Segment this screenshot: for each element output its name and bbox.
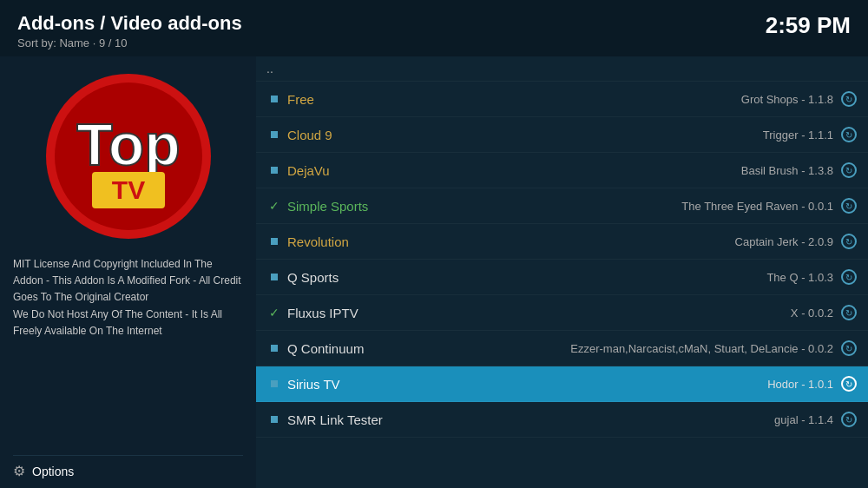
item-meta: Ezzer-man,Narcacist,cMaN, Stuart, DeLanc… — [570, 342, 833, 355]
bullet-square-icon — [271, 131, 278, 138]
update-icon[interactable]: ↻ — [840, 90, 858, 108]
main-content: Top TV MIT License And Copyright Include… — [0, 56, 868, 488]
item-name: Fluxus IPTV — [287, 306, 791, 320]
license-text: MIT License And Copyright Included In Th… — [13, 256, 243, 446]
update-circle-icon: ↻ — [841, 127, 857, 142]
list-item[interactable]: Sirius TVHodor - 1.0.1↻ — [256, 366, 868, 402]
update-icon[interactable]: ↻ — [840, 126, 858, 143]
checkmark-icon: ✓ — [269, 199, 279, 213]
settings-icon: ⚙ — [13, 463, 25, 479]
list-item[interactable]: RevolutionCaptain Jerk - 2.0.9↻ — [256, 224, 868, 260]
item-bullet — [266, 345, 282, 352]
item-meta: X - 0.0.2 — [791, 307, 833, 320]
list-item[interactable]: ✓Simple SportsThe Three Eyed Raven - 0.0… — [256, 188, 868, 224]
bullet-square-icon — [271, 274, 278, 280]
list-item[interactable]: SMR Link Testergujal - 1.1.4↻ — [256, 402, 868, 438]
update-circle-icon: ↻ — [841, 376, 857, 392]
options-label: Options — [32, 465, 74, 478]
update-icon[interactable]: ↻ — [840, 340, 858, 357]
options-bar[interactable]: ⚙ Options — [13, 455, 243, 479]
item-bullet — [266, 380, 282, 387]
item-meta: The Three Eyed Raven - 0.0.1 — [681, 200, 833, 213]
svg-text:TV: TV — [111, 175, 144, 204]
dots-text: .. — [266, 62, 273, 76]
update-icon[interactable]: ↻ — [840, 375, 858, 392]
bullet-square-icon — [271, 167, 278, 174]
item-name: Q Continuum — [287, 341, 570, 356]
update-icon[interactable]: ↻ — [840, 304, 858, 321]
item-bullet: ✓ — [266, 199, 282, 213]
item-bullet — [266, 96, 282, 102]
update-circle-icon: ↻ — [841, 412, 857, 427]
item-name: Revolution — [287, 234, 735, 249]
list-item[interactable]: Cloud 9Trigger - 1.1.1↻ — [256, 117, 868, 153]
logo: Top TV — [42, 69, 215, 243]
update-circle-icon: ↻ — [841, 162, 857, 178]
list-container: FreeGrot Shops - 1.1.8↻Cloud 9Trigger - … — [256, 82, 868, 438]
update-circle-icon: ↻ — [841, 91, 857, 107]
item-name: Cloud 9 — [287, 128, 763, 142]
list-item-dots[interactable]: .. — [256, 56, 868, 82]
sort-info: Sort by: Name · 9 / 10 — [17, 36, 242, 49]
clock: 2:59 PM — [766, 12, 851, 39]
item-meta: Captain Jerk - 2.0.9 — [735, 235, 833, 248]
item-name: DejaVu — [287, 163, 741, 178]
item-bullet — [266, 238, 282, 245]
breadcrumb: Add-ons / Video add-ons — [17, 12, 242, 35]
bullet-square-icon — [271, 345, 278, 352]
update-icon[interactable]: ↻ — [840, 233, 858, 250]
item-name: Q Sports — [287, 270, 766, 285]
update-circle-icon: ↻ — [841, 305, 857, 320]
item-meta: Hodor - 1.0.1 — [767, 378, 833, 391]
update-circle-icon: ↻ — [841, 340, 857, 356]
item-bullet — [266, 274, 282, 280]
update-icon[interactable]: ↻ — [840, 411, 858, 428]
bullet-square-icon — [271, 96, 278, 102]
bullet-square-icon — [271, 380, 278, 387]
sidebar: Top TV MIT License And Copyright Include… — [0, 56, 256, 488]
update-circle-icon: ↻ — [841, 234, 857, 249]
checkmark-icon: ✓ — [269, 306, 279, 320]
item-meta: The Q - 1.0.3 — [766, 271, 833, 284]
item-name: Free — [287, 92, 741, 107]
item-name: Sirius TV — [287, 377, 767, 392]
item-bullet — [266, 131, 282, 138]
svg-text:Top: Top — [76, 111, 181, 177]
bullet-square-icon — [271, 238, 278, 245]
item-bullet — [266, 416, 282, 423]
list-item[interactable]: DejaVuBasil Brush - 1.3.8↻ — [256, 153, 868, 188]
item-meta: Basil Brush - 1.3.8 — [741, 164, 833, 177]
item-meta: Grot Shops - 1.1.8 — [741, 93, 833, 106]
item-bullet: ✓ — [266, 306, 282, 320]
item-meta: Trigger - 1.1.1 — [763, 129, 833, 142]
item-name: Simple Sports — [287, 199, 681, 214]
addon-list[interactable]: .. FreeGrot Shops - 1.1.8↻Cloud 9Trigger… — [256, 56, 868, 488]
item-meta: gujal - 1.1.4 — [774, 413, 833, 426]
list-item[interactable]: FreeGrot Shops - 1.1.8↻ — [256, 82, 868, 117]
header: Add-ons / Video add-ons Sort by: Name · … — [0, 0, 868, 56]
update-circle-icon: ↻ — [841, 198, 857, 214]
update-icon[interactable]: ↻ — [840, 268, 858, 286]
item-bullet — [266, 167, 282, 174]
update-icon[interactable]: ↻ — [840, 162, 858, 179]
item-name: SMR Link Tester — [287, 412, 774, 427]
list-item[interactable]: Q SportsThe Q - 1.0.3↻ — [256, 260, 868, 295]
list-item[interactable]: ✓Fluxus IPTVX - 0.0.2↻ — [256, 295, 868, 331]
bullet-square-icon — [271, 416, 278, 423]
update-icon[interactable]: ↻ — [840, 197, 858, 214]
list-item[interactable]: Q ContinuumEzzer-man,Narcacist,cMaN, Stu… — [256, 331, 868, 366]
update-circle-icon: ↻ — [841, 269, 857, 285]
header-left: Add-ons / Video add-ons Sort by: Name · … — [17, 12, 242, 49]
